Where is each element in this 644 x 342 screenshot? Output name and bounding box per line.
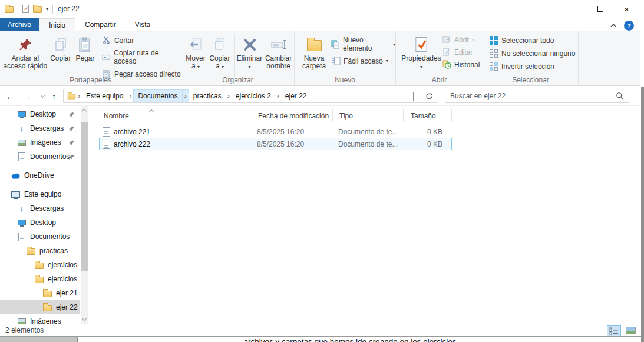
easy-access-button[interactable]: Fácil acceso ▾ xyxy=(331,57,395,65)
breadcrumb-ejercicios-2[interactable]: ejercicios 2 xyxy=(232,89,275,102)
items-count: 2 elementos xyxy=(5,326,44,334)
breadcrumb-separator: › xyxy=(76,92,82,100)
group-label-clipboard: Portapapeles xyxy=(0,76,181,84)
rename-button[interactable]: Cambiar nombre xyxy=(263,31,294,70)
sidebar-item-descargas[interactable]: ↓ Descargas xyxy=(0,201,80,215)
collapse-ribbon-icon[interactable] xyxy=(610,24,616,29)
up-icon[interactable]: ↑ xyxy=(52,91,57,101)
history-icon xyxy=(442,60,451,69)
cut-icon xyxy=(102,36,111,45)
cut-button[interactable]: Cortar xyxy=(102,36,181,45)
file-modified: 8/5/2025 16:20 xyxy=(250,128,332,136)
paste-button[interactable]: Pegar xyxy=(73,31,97,62)
breadcrumb-documentos-highlighted[interactable]: Documentos› xyxy=(133,89,189,102)
column-header-tamano[interactable]: Tamaño xyxy=(404,109,452,122)
pin-icon xyxy=(68,111,75,119)
minimize-button[interactable] xyxy=(560,1,587,18)
close-button[interactable]: × xyxy=(613,1,640,18)
sidebar-item-desktop[interactable]: Desktop xyxy=(0,215,80,230)
explorer-folder-icon[interactable] xyxy=(5,6,14,13)
edit-button[interactable]: Editar xyxy=(442,48,480,57)
dropdown-icon: ▾ xyxy=(393,42,395,47)
scroll-up-icon[interactable] xyxy=(82,109,87,114)
column-header-tipo[interactable]: Tipo xyxy=(333,109,404,122)
search-input[interactable] xyxy=(445,92,616,100)
delete-icon xyxy=(242,35,257,55)
background-window-text: archivos y carpetas que hemos ido creand… xyxy=(82,337,617,342)
separator xyxy=(234,34,235,78)
sidebar-item-imagenes-quick[interactable]: Imágenes xyxy=(0,135,80,150)
delete-button[interactable]: Eliminar ▾ xyxy=(236,31,263,71)
pin-icon xyxy=(68,140,75,148)
sidebar-item-ejer-22[interactable]: ejer 22 xyxy=(0,300,80,314)
sidebar-item-onedrive[interactable]: OneDrive xyxy=(0,168,80,182)
address-bar[interactable]: › Este equipo › Documentos› practicas › … xyxy=(63,89,420,103)
invert-selection-icon xyxy=(489,62,498,71)
text-document-icon xyxy=(103,140,110,149)
sidebar-item-practicas[interactable]: practicas xyxy=(0,244,80,258)
file-row-archivo-221[interactable]: archivo 221 8/5/2025 16:20 Documento de … xyxy=(99,125,452,138)
breadcrumb-separator: › xyxy=(275,92,281,100)
background-window-strip: archivos y carpetas que hemos ido creand… xyxy=(0,336,641,342)
help-icon[interactable]: ? xyxy=(624,21,634,31)
dropdown-icon: ▾ xyxy=(386,58,388,64)
sidebar-item-este-equipo[interactable]: Este equipo xyxy=(0,187,80,201)
nav-arrows: ← → ↑ xyxy=(6,86,57,106)
tab-inicio[interactable]: Inicio xyxy=(39,18,75,31)
maximize-button[interactable] xyxy=(587,1,613,18)
copy-button[interactable]: Copiar xyxy=(48,31,74,62)
properties-button[interactable]: Propiedades ▾ xyxy=(402,31,441,71)
sidebar-item-descargas-quick[interactable]: ↓ Descargas xyxy=(0,121,80,135)
new-folder-quick-icon[interactable] xyxy=(33,6,42,13)
address-folder-icon xyxy=(68,94,76,100)
forward-icon[interactable]: → xyxy=(23,91,32,101)
tab-vista[interactable]: Vista xyxy=(126,18,160,31)
select-all-button[interactable]: Seleccionar todo xyxy=(489,36,575,45)
pin-to-quick-access-button[interactable]: Anclar al acceso rápido xyxy=(2,31,48,70)
refresh-button[interactable] xyxy=(420,89,438,103)
sidebar-item-documentos[interactable]: Documentos xyxy=(0,230,80,244)
window-title: ejer 22 xyxy=(58,5,80,13)
column-header-nombre[interactable]: Nombre xyxy=(99,109,250,122)
recent-locations-icon[interactable] xyxy=(40,92,45,97)
invert-selection-button[interactable]: Invertir selección xyxy=(489,62,575,71)
breadcrumb-practicas[interactable]: practicas xyxy=(189,89,226,102)
tab-compartir[interactable]: Compartir xyxy=(75,18,126,31)
copy-path-button[interactable]: Copiar ruta de acceso xyxy=(102,49,181,65)
details-view-button[interactable] xyxy=(607,325,621,336)
sidebar-item-imagenes[interactable]: Imágenes xyxy=(0,314,80,324)
new-item-button[interactable]: Nuevo elemento ▾ xyxy=(331,36,395,52)
breadcrumb-separator: › xyxy=(226,92,232,100)
ribbon-group-organize: Mover a ▾ Copiar a ▾ Eliminar ▾ xyxy=(181,31,295,85)
breadcrumb-ejer-22[interactable]: ejer 22 xyxy=(281,89,311,102)
scrollbar-thumb[interactable] xyxy=(81,122,88,271)
folder-icon xyxy=(34,261,44,269)
sidebar-item-ejer-21[interactable]: ejer 21 xyxy=(0,286,80,300)
history-button[interactable]: Historial xyxy=(442,60,480,69)
new-folder-button[interactable]: Nueva carpeta xyxy=(299,31,329,70)
window-controls: × xyxy=(560,1,640,18)
sidebar-item-ejercicios-1[interactable]: ejercicios 1 xyxy=(0,258,80,272)
search-icon[interactable] xyxy=(616,92,624,100)
tab-archivo[interactable]: Archivo xyxy=(0,18,39,31)
sidebar-item-desktop-quick[interactable]: Desktop xyxy=(0,107,80,121)
breadcrumb-separator: › xyxy=(182,90,189,102)
rename-icon xyxy=(271,35,286,55)
sidebar-scrollbar[interactable] xyxy=(81,106,88,324)
select-none-button[interactable]: No seleccionar ninguno xyxy=(489,49,575,58)
move-to-button[interactable]: Mover a ▾ xyxy=(184,31,207,71)
large-icons-view-button[interactable] xyxy=(623,325,638,336)
column-header-fecha[interactable]: Fecha de modificación xyxy=(250,109,333,122)
back-icon[interactable]: ← xyxy=(6,91,15,101)
address-dropdown-icon[interactable] xyxy=(407,92,420,100)
scroll-down-icon[interactable] xyxy=(82,316,87,321)
navigation-pane: Desktop ↓ Descargas Imágenes Documentos xyxy=(0,106,80,324)
sidebar-item-ejercicios-2[interactable]: ejercicios 2 xyxy=(0,272,80,286)
sidebar-item-documentos-quick[interactable]: Documentos xyxy=(0,150,80,164)
copy-to-button[interactable]: Copiar a ▾ xyxy=(207,31,232,71)
open-button[interactable]: Abrir ▾ xyxy=(442,35,480,44)
breadcrumb-este-equipo[interactable]: Este equipo xyxy=(82,89,127,102)
file-row-archivo-222[interactable]: archivo 222 8/5/2025 16:20 Documento de … xyxy=(99,138,452,150)
qat-customize-dropdown-icon[interactable]: ▾ xyxy=(46,6,48,12)
properties-quick-icon[interactable]: ✓ xyxy=(22,5,29,13)
